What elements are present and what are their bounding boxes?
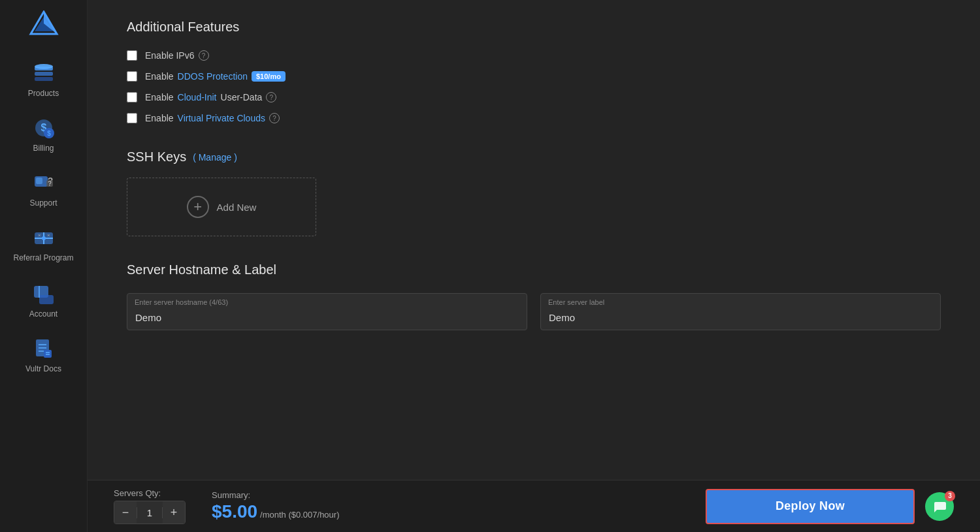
qty-value: 1 [137, 507, 163, 518]
increment-button[interactable]: + [163, 501, 185, 524]
main-content: Additional Features Enable IPv6 ? Enable… [88, 0, 980, 532]
scrollable-content: Additional Features Enable IPv6 ? Enable… [88, 0, 980, 480]
price-period: /month ($0.007/hour) [260, 510, 339, 520]
cloudinit-link[interactable]: Cloud-Init [178, 92, 217, 102]
summary-section: Summary: $5.00 /month ($0.007/hour) [212, 490, 339, 522]
hostname-input[interactable] [127, 293, 527, 330]
ddos-row: Enable DDOS Protection $10/mo [127, 71, 941, 82]
cloudinit-checkbox[interactable] [127, 92, 137, 102]
vpc-row: Enable Virtual Private Clouds ? [127, 113, 941, 123]
qty-controls: − 1 + [114, 501, 186, 524]
ddos-checkbox[interactable] [127, 71, 137, 82]
server-label-input[interactable] [540, 293, 941, 330]
sidebar-label-billing: Billing [33, 144, 54, 153]
ipv6-help-icon[interactable]: ? [199, 50, 209, 61]
add-new-ssh-button[interactable]: + Add New [127, 178, 316, 236]
sidebar-item-docs[interactable]: Vultr Docs [0, 328, 87, 383]
vpc-label: Enable Virtual Private Clouds ? [145, 113, 280, 123]
account-icon [32, 282, 56, 305]
svg-rect-5 [35, 77, 53, 81]
logo[interactable] [24, 7, 63, 39]
sidebar-item-account[interactable]: Account [0, 273, 87, 328]
svg-rect-29 [44, 350, 52, 358]
servers-qty-container: Servers Qty: − 1 + [114, 488, 186, 524]
sidebar-item-products[interactable]: Products [0, 52, 87, 107]
server-label-input-group: Enter server label [540, 293, 941, 330]
price-main: $5.00 [212, 501, 257, 522]
svg-text:?: ? [47, 180, 51, 187]
ddos-price-badge: $10/mo [252, 71, 286, 82]
hostname-inputs: Enter server hostname (4/63) Enter serve… [127, 293, 941, 330]
sidebar: Products $ $ Billing ? ? Support [0, 0, 88, 532]
svg-text:$: $ [47, 130, 51, 137]
cloudinit-help-icon[interactable]: ? [266, 92, 276, 102]
svg-point-19 [42, 236, 46, 240]
docs-icon [32, 337, 56, 360]
chat-button[interactable]: 3 [925, 492, 954, 521]
ssh-manage-link[interactable]: ( Manage ) [193, 152, 237, 163]
svg-text:×: × [38, 232, 41, 238]
ipv6-label: Enable IPv6 ? [145, 50, 209, 61]
cloudinit-label: Enable Cloud-Init User-Data ? [145, 92, 276, 102]
svg-rect-4 [35, 72, 53, 76]
hostname-input-group: Enter server hostname (4/63) [127, 293, 527, 330]
vpc-checkbox[interactable] [127, 113, 137, 123]
referral-icon: × × [32, 226, 56, 249]
summary-label: Summary: [212, 490, 339, 500]
sidebar-item-billing[interactable]: $ $ Billing [0, 107, 87, 162]
sidebar-label-support: Support [29, 198, 57, 208]
additional-features-title: Additional Features [127, 20, 941, 35]
add-new-label: Add New [217, 202, 257, 213]
billing-icon: $ $ [32, 116, 56, 140]
sidebar-label-referral: Referral Program [13, 253, 73, 264]
additional-features-section: Additional Features Enable IPv6 ? Enable… [127, 20, 941, 123]
svg-rect-23 [39, 295, 54, 304]
footer-bar: Servers Qty: − 1 + Summary: $5.00 /month… [88, 480, 980, 532]
deploy-now-button[interactable]: Deploy Now [706, 489, 915, 524]
servers-qty-label: Servers Qty: [114, 488, 186, 498]
add-circle-icon: + [187, 196, 209, 218]
ipv6-checkbox[interactable] [127, 50, 137, 61]
svg-rect-12 [36, 178, 42, 184]
sidebar-item-support[interactable]: ? ? Support [0, 162, 87, 217]
svg-point-6 [35, 64, 53, 69]
ipv6-row: Enable IPv6 ? [127, 50, 941, 61]
products-icon [32, 61, 56, 85]
sidebar-label-account: Account [29, 309, 57, 319]
sidebar-label-docs: Vultr Docs [25, 364, 61, 373]
chat-badge-count: 3 [945, 491, 955, 501]
deploy-section: Deploy Now 3 [706, 489, 954, 524]
sidebar-item-referral[interactable]: × × Referral Program [0, 217, 87, 273]
decrement-button[interactable]: − [114, 501, 137, 524]
hostname-section: Server Hostname & Label Enter server hos… [127, 262, 941, 330]
svg-text:×: × [47, 232, 50, 238]
hostname-title: Server Hostname & Label [127, 262, 941, 277]
cloudinit-row: Enable Cloud-Init User-Data ? [127, 92, 941, 102]
ddos-link[interactable]: DDOS Protection [178, 71, 248, 82]
vpc-help-icon[interactable]: ? [269, 113, 280, 123]
ssh-keys-title: SSH Keys ( Manage ) [127, 149, 941, 164]
support-icon: ? ? [32, 171, 56, 195]
ssh-keys-section: SSH Keys ( Manage ) + Add New [127, 149, 941, 236]
vpc-link[interactable]: Virtual Private Clouds [178, 113, 265, 123]
ddos-label: Enable DDOS Protection $10/mo [145, 71, 286, 82]
summary-price: $5.00 /month ($0.007/hour) [212, 501, 339, 522]
sidebar-label-products: Products [28, 89, 59, 98]
